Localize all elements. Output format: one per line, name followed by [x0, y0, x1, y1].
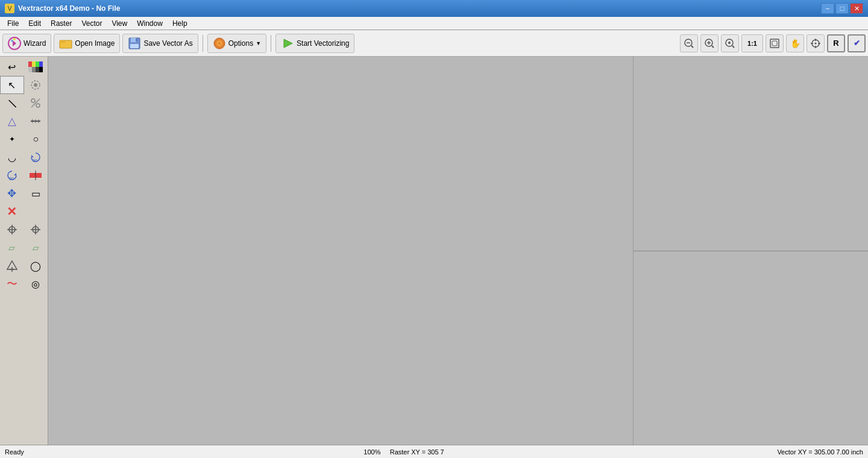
- svg-rect-39: [39, 67, 43, 72]
- left-tools-row-10: [0, 221, 48, 239]
- arc-tool[interactable]: ◡: [0, 148, 24, 166]
- menu-file[interactable]: File: [2, 17, 24, 30]
- color-palette-button[interactable]: [24, 58, 48, 76]
- zoom-1to1-button[interactable]: 1:1: [741, 34, 763, 52]
- menu-vector[interactable]: Vector: [77, 17, 107, 30]
- placeholder-tool9b: [24, 202, 48, 221]
- left-tools-row-2: ↖: [0, 76, 48, 94]
- node-add-tool[interactable]: [0, 257, 24, 275]
- svg-rect-38: [36, 67, 39, 72]
- delete-button[interactable]: ✕: [0, 202, 24, 221]
- window-controls: − □ ✕: [821, 3, 863, 14]
- undo-button[interactable]: ↩: [0, 58, 24, 76]
- cross-tool-1[interactable]: [0, 221, 24, 239]
- svg-rect-24: [770, 39, 779, 48]
- left-tools-row-5: ✦ ○: [0, 130, 48, 148]
- left-tools-row-8: ✥ ▭: [0, 184, 48, 202]
- toolbar-separator-1: [203, 35, 203, 52]
- menu-help[interactable]: Help: [168, 17, 192, 30]
- left-tools-row-3: |: [0, 94, 48, 112]
- svg-point-12: [218, 42, 221, 45]
- left-tools-row-11: ▱ ▱: [0, 239, 48, 257]
- main-content: ↩ ↖ |: [0, 57, 868, 445]
- toolbar: Wizard Open Image Save Vector As: [0, 30, 868, 57]
- svg-point-41: [34, 83, 37, 87]
- svg-rect-5: [60, 40, 64, 43]
- minimize-button[interactable]: −: [821, 3, 834, 14]
- menu-view[interactable]: View: [107, 17, 132, 30]
- menu-raster[interactable]: Raster: [46, 17, 77, 30]
- lasso-tool[interactable]: [24, 76, 48, 94]
- svg-rect-32: [28, 61, 32, 67]
- rotate90ccw-button[interactable]: 90: [0, 166, 24, 184]
- rotate90-button[interactable]: 90: [24, 148, 48, 166]
- svg-rect-8: [130, 44, 139, 48]
- svg-rect-36: [28, 67, 32, 72]
- circle-add-tool[interactable]: ◯: [24, 257, 48, 275]
- status-zoom: 100%: [363, 448, 380, 456]
- percent-tool[interactable]: [24, 94, 48, 112]
- eraser-tool-2[interactable]: ▱: [24, 239, 48, 257]
- options-label: Options: [228, 39, 253, 48]
- raster-mode-button[interactable]: R: [827, 34, 845, 52]
- svg-text:90: 90: [9, 177, 14, 181]
- left-tools-row-9: ✕: [0, 202, 48, 221]
- svg-line-20: [712, 46, 714, 48]
- start-vectorizing-button[interactable]: Start Vectorizing: [275, 34, 354, 53]
- fit-window-button[interactable]: [766, 34, 784, 52]
- svg-rect-7: [131, 38, 136, 42]
- svg-point-31: [815, 42, 817, 44]
- close-button[interactable]: ✕: [850, 3, 863, 14]
- save-icon: [128, 37, 141, 50]
- circle-tool[interactable]: ○: [24, 130, 48, 148]
- title-text: Vextractor x64 Demo - No File: [18, 4, 821, 13]
- status-bar: Ready 100% Raster XY = 305 7 Vector XY =…: [0, 445, 868, 458]
- svg-rect-33: [32, 61, 36, 67]
- toolbar-separator-2: [271, 35, 271, 52]
- svg-rect-35: [39, 61, 43, 67]
- node-tool[interactable]: ✦: [0, 130, 24, 148]
- menu-edit[interactable]: Edit: [24, 17, 46, 30]
- svg-rect-34: [36, 61, 39, 67]
- options-button[interactable]: Options ▼: [207, 34, 266, 53]
- menu-bar: File Edit Raster Vector View Window Help: [0, 17, 868, 30]
- wizard-button[interactable]: Wizard: [2, 34, 51, 53]
- move-tool[interactable]: ✥: [0, 184, 24, 202]
- svg-point-22: [728, 42, 731, 44]
- canvas-area[interactable]: [48, 57, 633, 445]
- svg-marker-51: [14, 173, 16, 175]
- status-zoom-raster: 100% Raster XY = 305 7: [125, 448, 682, 456]
- svg-line-44: [31, 99, 40, 107]
- left-tools-row-12: ◯: [0, 257, 48, 275]
- app-icon: V: [5, 4, 14, 13]
- svg-rect-37: [32, 67, 36, 72]
- menu-window[interactable]: Window: [132, 17, 168, 30]
- left-tools-row-7: 90: [0, 166, 48, 184]
- zoom-out-button[interactable]: [680, 34, 698, 52]
- options-dropdown-icon: ▼: [256, 40, 261, 46]
- eraser-tool-1[interactable]: ▱: [0, 239, 24, 257]
- dot-circle-tool[interactable]: ◎: [24, 275, 48, 293]
- open-image-button[interactable]: Open Image: [54, 34, 120, 53]
- svg-marker-49: [31, 155, 34, 157]
- maximize-button[interactable]: □: [835, 3, 849, 14]
- zoom-fit-button[interactable]: [721, 34, 739, 52]
- left-toolbar: ↩ ↖ |: [0, 57, 48, 445]
- title-bar: V Vextractor x64 Demo - No File − □ ✕: [0, 0, 868, 17]
- svg-line-16: [691, 46, 693, 48]
- vector-mode-button[interactable]: ✔: [848, 34, 866, 52]
- wave-tool[interactable]: 〜: [0, 275, 24, 293]
- svg-rect-9: [136, 39, 137, 42]
- crosshair-button[interactable]: [807, 34, 825, 52]
- pan-button[interactable]: ✋: [786, 34, 804, 52]
- color-line-tool[interactable]: [24, 166, 48, 184]
- ruler-tool[interactable]: [24, 112, 48, 130]
- zoom-in-button[interactable]: [700, 34, 719, 52]
- left-tools-row-1: ↩: [0, 58, 48, 76]
- save-vector-button[interactable]: Save Vector As: [122, 34, 198, 53]
- select-rect-tool[interactable]: ▭: [24, 184, 48, 202]
- open-image-label: Open Image: [75, 39, 115, 48]
- svg-marker-13: [284, 39, 292, 48]
- cross-tool-2[interactable]: [24, 221, 48, 239]
- triangle-tool[interactable]: △: [0, 112, 24, 130]
